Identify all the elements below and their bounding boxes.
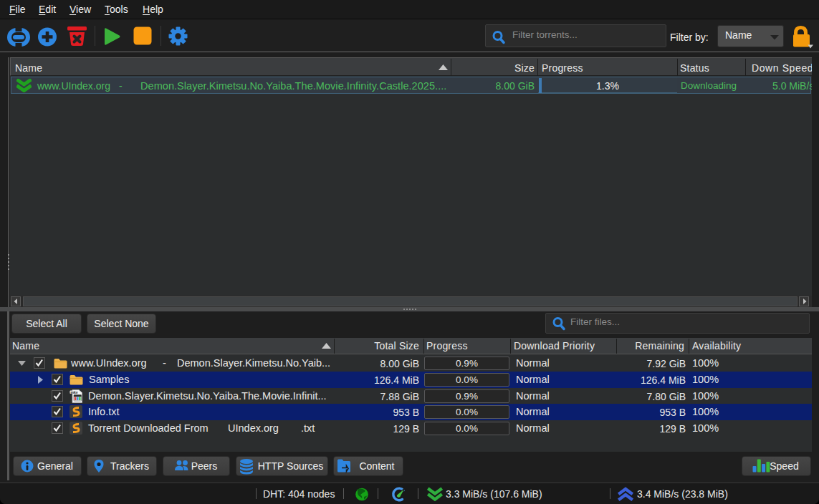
- svg-text:mkv: mkv: [71, 390, 78, 394]
